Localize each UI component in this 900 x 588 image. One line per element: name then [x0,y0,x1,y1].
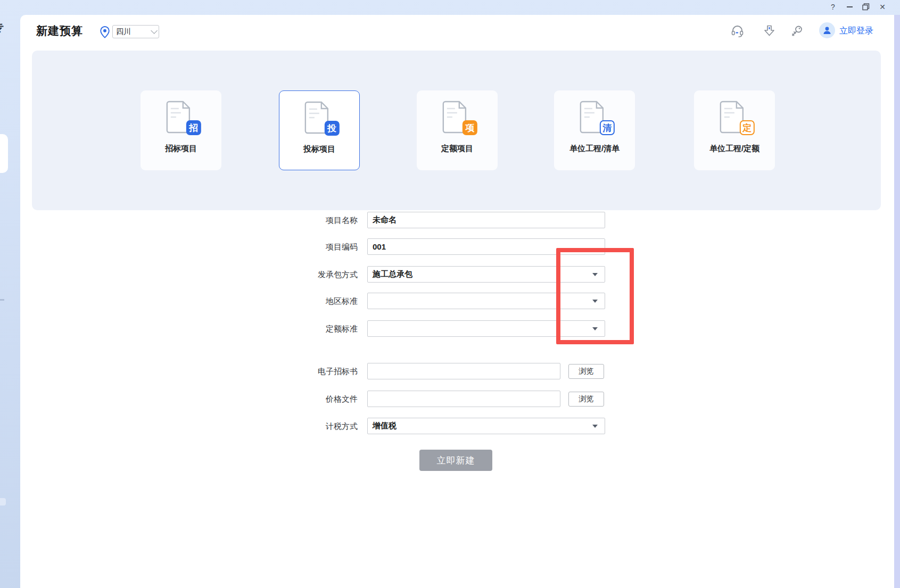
download-button[interactable] [762,24,777,38]
field-label: 电子招标书 [234,363,358,379]
document-icon: 招 [165,100,193,134]
document-icon: 项 [441,100,469,134]
sidebar-active-tab-fragment[interactable] [0,134,8,173]
dropdown-arrow-icon [592,300,598,303]
card-unit-project-list[interactable]: 清 单位工程/清单 [554,90,635,170]
dropdown-arrow-icon [592,425,598,428]
create-now-button[interactable]: 立即新建 [419,450,492,471]
region-selector[interactable]: 四川 [112,25,159,38]
chevron-down-icon [151,27,158,34]
region-standard-dropdown[interactable] [367,293,605,309]
card-label: 单位工程/清单 [554,144,635,154]
login-link[interactable]: 立即登录 [839,26,873,37]
badge-icon: 招 [186,120,201,135]
vertical-scrollbar[interactable] [894,15,900,588]
quota-standard-dropdown[interactable] [367,320,605,337]
minimize-button[interactable] [845,2,854,12]
card-label: 投标项目 [279,144,359,154]
project-name-input[interactable] [368,212,605,228]
user-icon [822,26,832,35]
card-unit-project-quota[interactable]: 定 单位工程/定额 [694,90,775,170]
badge-icon: 定 [740,120,755,135]
document-icon: 定 [719,100,746,134]
badge-icon: 项 [463,120,477,135]
dropdown-value: 施工总承包 [373,269,412,279]
price-file-input[interactable] [368,391,560,407]
window-controls: ? ✕ [828,0,887,14]
restore-icon [862,3,870,11]
badge-icon: 清 [600,120,615,135]
field-label: 价格文件 [234,391,358,407]
field-label: 发承包方式 [234,266,358,283]
page-title: 新建预算 [36,23,83,38]
project-code-input[interactable] [368,239,605,254]
card-label: 招标项目 [141,144,221,154]
region-value: 四川 [116,27,131,37]
contract-method-dropdown[interactable]: 施工总承包 [367,266,605,283]
document-icon: 投 [303,101,331,135]
etender-file-input[interactable] [368,363,560,379]
card-tender-project[interactable]: 招 招标项目 [141,90,221,170]
tax-method-dropdown[interactable]: 增值税 [367,418,605,434]
field-label: 定额标准 [234,320,358,337]
field-label: 地区标准 [234,293,358,309]
card-quota-project[interactable]: 项 定额项目 [417,90,498,170]
field-label: 计税方式 [234,418,358,434]
card-label: 定额项目 [417,144,498,154]
price-file-browse-button[interactable]: 浏览 [568,392,604,407]
close-button[interactable]: ✕ [878,2,887,12]
app-window: 专 ? ✕ 新建预算 四川 [0,0,900,588]
restore-button[interactable] [861,2,871,12]
sidebar-artifact [0,498,6,506]
etender-browse-button[interactable]: 浏览 [568,364,604,379]
key-license-button[interactable] [790,24,804,38]
card-bid-project[interactable]: 投 投标项目 [279,90,360,170]
field-label: 项目编码 [234,238,358,255]
document-icon: 清 [579,100,606,134]
user-avatar[interactable] [819,22,835,38]
sidebar-artifact [0,299,4,301]
badge-icon: 投 [325,121,340,136]
card-label: 单位工程/定额 [694,144,775,154]
minimize-icon [847,6,853,7]
field-label: 项目名称 [234,212,358,228]
help-button[interactable]: ? [828,2,838,12]
support-headset-button[interactable] [730,24,745,38]
dropdown-value: 增值税 [373,421,397,431]
partial-logo-glyph: 专 [0,20,6,34]
dropdown-arrow-icon [592,273,598,276]
location-pin-icon [99,26,111,39]
dropdown-arrow-icon [592,327,598,330]
